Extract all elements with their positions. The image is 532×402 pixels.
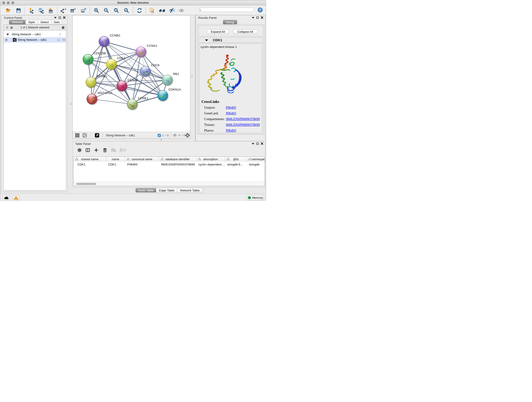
zoom-in-icon [94,7,99,13]
tab-network[interactable]: Network [9,20,26,25]
zoom-selected-button[interactable] [123,7,130,14]
selected-checkbox-icon[interactable] [158,134,161,137]
panel-float-icon[interactable] [59,17,61,19]
network-node-RB1[interactable]: RB1 [162,72,179,85]
network-canvas[interactable]: CCNB2CCNA1CDC25BCDK1CDC6RB1CCNB1CCNA2CDK… [73,15,190,132]
network-selection-status: 1 of 1 Network selected [4,26,66,29]
function-builder-button[interactable]: f(x) [120,147,126,153]
network-tree: String Network – cdk1 1 String Network –… [4,31,66,190]
node-table: shared namenamecanonical namedatabase id… [73,157,265,186]
panel-close-icon[interactable] [261,142,263,145]
panel-close-icon[interactable] [63,16,65,19]
table-settings-button[interactable] [77,148,82,153]
scrollbar-thumb[interactable] [76,183,96,185]
birds-eye-toggle-button[interactable] [185,133,190,138]
column-header-description[interactable]: description [196,157,225,162]
tab-string[interactable]: String [223,20,237,25]
title-bar: Session: New Session [0,0,266,5]
open-session-button[interactable] [5,7,12,14]
memory-status-dot [248,196,251,199]
left-splitter-handle[interactable] [70,103,72,105]
node-label-CCNE1: CCNE1 [138,96,148,100]
zoom-out-button[interactable] [103,7,109,14]
open-in-window-button[interactable] [95,133,99,138]
search-box [197,7,254,12]
tab-node-table[interactable]: Node Table [135,188,156,192]
network-status-dot [5,39,7,41]
column-header-database-identifier[interactable]: database identifier [159,157,196,162]
crosslink-link[interactable]: P06493 [226,111,236,115]
table-horizontal-scrollbar[interactable] [74,182,265,186]
copy-style-button[interactable] [149,7,155,14]
tab-network-table[interactable]: Network Table [177,188,203,192]
network-share-button[interactable] [82,133,87,138]
zoom-in-button[interactable] [93,7,100,14]
search-input[interactable] [202,8,253,12]
export-network-button[interactable] [60,7,66,14]
trash-icon [103,148,107,153]
crosslink-link[interactable]: P06493 [226,128,236,132]
column-header-namespace[interactable]: namespace [247,157,265,162]
hide-selected-button[interactable] [169,7,175,14]
network-collection-row[interactable]: String Network – cdk1 1 [4,32,66,37]
table-cell: stringdb [247,162,265,167]
panel-menu-icon[interactable] [54,17,57,19]
panel-float-icon[interactable] [256,143,259,145]
gear-icon[interactable] [61,26,65,29]
network-row[interactable]: String Network – cdk1 11 48 [4,37,66,43]
add-column-button[interactable] [94,148,99,153]
first-neighbors-button[interactable] [158,7,166,14]
panel-float-icon[interactable] [256,17,259,19]
column-header-shared-name[interactable]: shared name [74,157,106,162]
results-panel-title: Results Panel [198,16,216,19]
crosslink-link[interactable]: 9606.ENSP00000378699 [226,117,260,121]
crosslink-link[interactable]: 9606.ENSP00000378699 [226,123,260,127]
tab-sets[interactable]: Sets [51,20,62,25]
panel-menu-icon[interactable] [252,143,254,145]
toolbar-separator [133,7,133,13]
tab-select[interactable]: Select [38,20,51,25]
network-node-CDC6[interactable]: CDC6 [140,64,159,77]
arrow-up-right-icon [95,133,99,138]
import-table-file-button[interactable] [47,7,54,14]
protein-section-header[interactable]: CDK1 [199,37,263,43]
network-node-HIST1H1A[interactable]: HIST1H1A [87,91,113,104]
memory-label: Memory [252,196,263,199]
column-header--id[interactable]: @id [225,157,247,162]
expand-all-button[interactable]: Expand All [207,29,229,34]
birds-eye-grid-button[interactable] [75,133,80,138]
warnings-button[interactable] [13,195,19,200]
export-table-button[interactable] [70,7,76,14]
collapse-all-button[interactable]: Collapse All [233,29,258,34]
bottom-splitter-handle[interactable] [160,139,162,141]
import-network-file-button[interactable] [28,7,34,14]
delete-column-button[interactable] [102,148,108,153]
panel-menu-icon[interactable] [252,17,254,19]
panel-close-icon[interactable] [261,16,263,19]
help-button[interactable]: ? [257,7,263,13]
show-all-button[interactable] [178,7,185,14]
network-node-CDKN1A[interactable]: CDKN1A [157,88,181,101]
cloud-status-button[interactable] [3,195,10,200]
import-network-database-button[interactable] [38,7,44,14]
tab-edge-table[interactable]: Edge Table [156,188,177,192]
crosslink-link[interactable]: P06493 [226,106,236,109]
tab-style[interactable]: Style [26,20,38,25]
memory-button[interactable]: Memory [247,195,264,200]
zoom-fit-button[interactable] [113,7,120,14]
export-image-button[interactable] [80,7,87,14]
table-row[interactable]: CDK1CDK1P064939606.ENSP00000378699cyclin… [74,162,265,167]
column-header-name[interactable]: name [106,157,125,162]
tree-expand-icon[interactable] [6,33,9,35]
save-session-button[interactable] [15,7,22,14]
node-label-CDKN1A: CDKN1A [168,88,181,91]
refresh-button[interactable] [136,7,143,14]
network-node-CCNA1[interactable]: CCNA1 [136,44,157,57]
column-header-canonical-name[interactable]: canonical name [125,157,159,162]
export-table-icon [70,7,76,13]
right-splitter-handle[interactable] [191,75,193,77]
show-columns-button[interactable] [85,148,90,153]
delete-table-button[interactable] [111,148,116,153]
toolbar-separator [24,7,25,13]
collapse-section-icon[interactable] [205,39,208,41]
